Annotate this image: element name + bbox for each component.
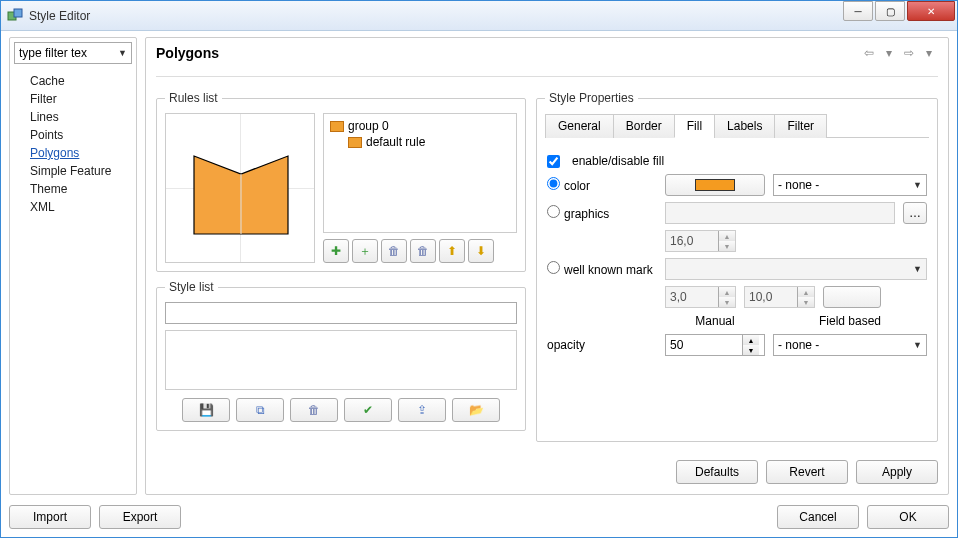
export-button[interactable]: Export [99, 505, 181, 529]
add-rule-button[interactable]: ＋ [352, 239, 378, 263]
tree-rule-node[interactable]: default rule [330, 134, 510, 150]
tree-rule-label: default rule [366, 135, 425, 149]
sidebar-item-filter[interactable]: Filter [22, 90, 136, 108]
defaults-button[interactable]: Defaults [676, 460, 758, 484]
add-group-icon: ✚ [331, 244, 341, 258]
revert-button[interactable]: Revert [766, 460, 848, 484]
graphics-size-value[interactable] [666, 231, 718, 251]
app-icon [7, 8, 23, 24]
opacity-spinner[interactable]: ▲▼ [665, 334, 765, 356]
wkm-stroke-spinner[interactable]: ▲▼ [744, 286, 815, 308]
add-group-button[interactable]: ✚ [323, 239, 349, 263]
nav-list: Cache Filter Lines Points Polygons Simpl… [10, 68, 136, 216]
move-up-button[interactable]: ⬆ [439, 239, 465, 263]
copy-style-button[interactable]: ⧉ [236, 398, 284, 422]
wkm-color-button[interactable] [823, 286, 881, 308]
tree-group-label: group 0 [348, 119, 389, 133]
save-style-button[interactable]: 💾 [182, 398, 230, 422]
wkm-label: well known mark [564, 263, 653, 277]
delete-button[interactable]: 🗑 [381, 239, 407, 263]
move-down-button[interactable]: ⬇ [468, 239, 494, 263]
apply-button[interactable]: Apply [856, 460, 938, 484]
export-style-button[interactable]: ⇪ [398, 398, 446, 422]
trash-icon: 🗑 [308, 403, 320, 417]
nav-fwd-icon[interactable]: ⇨ [900, 44, 918, 62]
chevron-down-icon: ▼ [913, 340, 922, 350]
rules-list-group: Rules list [156, 91, 526, 272]
cancel-button[interactable]: Cancel [777, 505, 859, 529]
wkm-size-spinner[interactable]: ▲▼ [665, 286, 736, 308]
graphics-browse-button[interactable]: … [903, 202, 927, 224]
right-panel: Polygons ⇦ ▾ ⇨ ▾ Rules list [145, 37, 949, 495]
close-button[interactable]: ✕ [907, 1, 955, 21]
color-field-dropdown[interactable]: - none - ▼ [773, 174, 927, 196]
props-tabs: General Border Fill Labels Filter [545, 113, 929, 138]
apply-style-button[interactable]: ✔ [344, 398, 392, 422]
spin-down-icon[interactable]: ▼ [719, 297, 735, 307]
minimize-button[interactable]: ─ [843, 1, 873, 21]
opacity-field-dropdown[interactable]: - none - ▼ [773, 334, 927, 356]
sidebar-item-simple-feature[interactable]: Simple Feature [22, 162, 136, 180]
delete-style-button[interactable]: 🗑 [290, 398, 338, 422]
spin-up-icon[interactable]: ▲ [798, 287, 814, 297]
sidebar: type filter tex ▼ Cache Filter Lines Poi… [9, 37, 137, 495]
sidebar-item-lines[interactable]: Lines [22, 108, 136, 126]
wkm-dropdown[interactable]: ▼ [665, 258, 927, 280]
graphics-radio[interactable] [547, 205, 560, 218]
color-button[interactable] [665, 174, 765, 196]
import-button[interactable]: Import [9, 505, 91, 529]
color-field-value: - none - [778, 178, 819, 192]
spin-down-icon[interactable]: ▼ [798, 297, 814, 307]
sidebar-item-cache[interactable]: Cache [22, 72, 136, 90]
graphics-path-input[interactable] [665, 202, 895, 224]
nav-back-icon[interactable]: ⇦ [860, 44, 878, 62]
tree-group-node[interactable]: group 0 [330, 118, 510, 134]
filter-combo[interactable]: type filter tex ▼ [14, 42, 132, 64]
open-style-button[interactable]: 📂 [452, 398, 500, 422]
arrow-down-icon: ⬇ [476, 244, 486, 258]
graphics-size-spinner[interactable]: ▲▼ [665, 230, 736, 252]
nav-fwd-menu-icon[interactable]: ▾ [920, 44, 938, 62]
delete-all-button[interactable]: 🗑 [410, 239, 436, 263]
plus-icon: ＋ [359, 243, 371, 260]
tab-border[interactable]: Border [613, 114, 675, 138]
maximize-button[interactable]: ▢ [875, 1, 905, 21]
color-radio[interactable] [547, 177, 560, 190]
check-icon: ✔ [363, 403, 373, 417]
style-name-input[interactable] [165, 302, 517, 324]
nav-back-menu-icon[interactable]: ▾ [880, 44, 898, 62]
ok-button[interactable]: OK [867, 505, 949, 529]
enable-fill-checkbox[interactable] [547, 155, 560, 168]
sidebar-item-theme[interactable]: Theme [22, 180, 136, 198]
style-editor-window: Style Editor ─ ▢ ✕ type filter tex ▼ Cac… [0, 0, 958, 538]
trash-icon: 🗑 [388, 244, 400, 258]
tab-fill[interactable]: Fill [674, 114, 715, 138]
tab-labels[interactable]: Labels [714, 114, 775, 138]
sidebar-item-polygons[interactable]: Polygons [22, 144, 136, 162]
tab-general[interactable]: General [545, 114, 614, 138]
titlebar: Style Editor ─ ▢ ✕ [1, 1, 957, 31]
wkm-radio[interactable] [547, 261, 560, 274]
color-label: color [564, 179, 590, 193]
spin-down-icon[interactable]: ▼ [719, 241, 735, 251]
spin-down-icon[interactable]: ▼ [743, 345, 759, 355]
sidebar-item-xml[interactable]: XML [22, 198, 136, 216]
sidebar-item-points[interactable]: Points [22, 126, 136, 144]
chevron-down-icon: ▼ [913, 264, 922, 274]
field-header: Field based [773, 314, 927, 328]
graphics-label: graphics [564, 207, 609, 221]
rule-preview [165, 113, 315, 263]
spin-up-icon[interactable]: ▲ [719, 287, 735, 297]
opacity-label: opacity [547, 338, 657, 352]
wkm-stroke-value[interactable] [745, 287, 797, 307]
style-list-box[interactable] [165, 330, 517, 390]
spin-up-icon[interactable]: ▲ [743, 335, 759, 345]
tab-filter[interactable]: Filter [774, 114, 827, 138]
opacity-value[interactable] [666, 335, 742, 355]
opacity-field-value: - none - [778, 338, 819, 352]
filter-placeholder: type filter tex [19, 46, 87, 60]
copy-icon: ⧉ [256, 403, 265, 417]
spin-up-icon[interactable]: ▲ [719, 231, 735, 241]
rules-tree[interactable]: group 0 default rule [323, 113, 517, 233]
wkm-size-value[interactable] [666, 287, 718, 307]
